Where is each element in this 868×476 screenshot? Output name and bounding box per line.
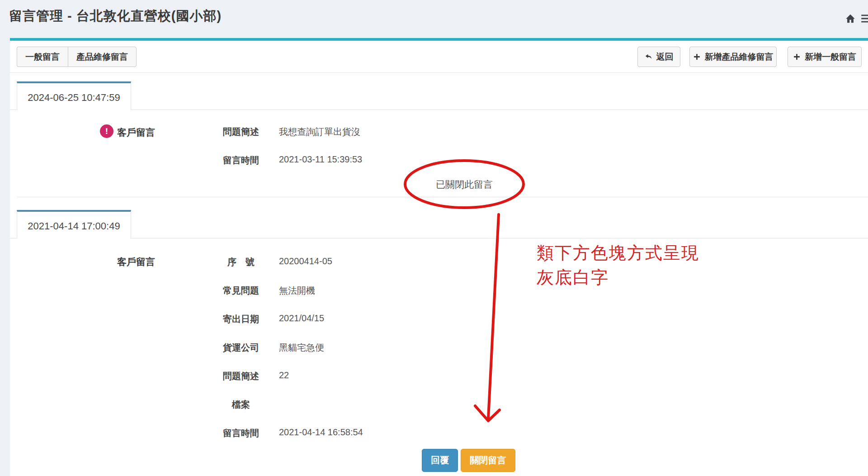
field-value: 2021-04-14 16:58:54 (279, 427, 363, 438)
back-button-label: 返回 (656, 51, 674, 63)
field-label: 留言時間 (218, 427, 264, 439)
field-label: 常見問題 (218, 285, 264, 297)
field-value: 黑貓宅急便 (279, 342, 324, 354)
tab-row-line-1 (10, 109, 868, 110)
red-note-annotation: 類下方色塊方式呈現 灰底白字 (537, 241, 699, 290)
tab-row-line-2 (10, 238, 868, 238)
red-note-line2: 灰底白字 (537, 266, 699, 290)
plus-icon (793, 53, 801, 61)
close-message-button[interactable]: 關閉留言 (461, 449, 515, 472)
message1-type-label: 客戶留言 (117, 126, 155, 139)
back-button[interactable]: 返回 (637, 47, 680, 67)
reply-button[interactable]: 回覆 (422, 449, 458, 472)
field-value: 2021-03-11 15:39:53 (279, 154, 362, 165)
field-value: 20200414-05 (279, 256, 332, 267)
tab-message-1[interactable]: 2024-06-25 10:47:59 (17, 81, 131, 110)
message2-type-label: 客戶留言 (117, 256, 155, 268)
field-label: 貨運公司 (218, 342, 264, 354)
red-note-line1: 類下方色塊方式呈現 (537, 241, 699, 266)
add-repair-button-label: 新增產品維修留言 (705, 51, 774, 63)
field-label: 序 號 (218, 256, 264, 268)
add-general-message-button[interactable]: 新增一般留言 (788, 47, 862, 67)
field-label: 問題簡述 (218, 370, 264, 382)
message2-timestamp-tab: 2021-04-14 17:00:49 (28, 220, 120, 232)
field-value: 22 (279, 370, 289, 381)
filter-repair-button[interactable]: 產品維修留言 (68, 47, 137, 67)
section-divider (17, 197, 868, 197)
field-label: 寄出日期 (218, 313, 264, 325)
tab-message-2[interactable]: 2021-04-14 17:00:49 (17, 210, 131, 238)
field-value: 我想查詢訂單出貨沒 (279, 126, 360, 138)
alert-glyph: ! (105, 126, 108, 136)
add-general-button-label: 新增一般留言 (805, 51, 856, 63)
message-type-button-group: 一般留言 產品維修留言 (17, 47, 137, 67)
field-label: 檔案 (218, 399, 264, 411)
filter-general-button[interactable]: 一般留言 (17, 47, 68, 67)
alert-icon: ! (100, 124, 113, 138)
field-value: 2021/04/15 (279, 313, 324, 324)
field-label: 留言時間 (218, 154, 264, 167)
closed-message-note: 已關閉此留言 (406, 178, 523, 191)
message-management-page: 留言管理 - 台北敦化直營校(國小部) 一般留言 產品維修留言 返回 新增產品維… (0, 0, 868, 476)
toolbar-divider (10, 72, 868, 73)
reply-arrow-icon (645, 53, 652, 61)
plus-icon (693, 53, 701, 61)
home-icon[interactable] (844, 13, 856, 24)
field-value: 無法開機 (279, 285, 315, 297)
menu-icon[interactable] (860, 13, 868, 24)
add-repair-message-button[interactable]: 新增產品維修留言 (689, 47, 777, 67)
field-label: 問題簡述 (218, 126, 264, 138)
message1-timestamp-tab: 2024-06-25 10:47:59 (28, 92, 120, 104)
page-title: 留言管理 - 台北敦化直營校(國小部) (9, 7, 222, 25)
